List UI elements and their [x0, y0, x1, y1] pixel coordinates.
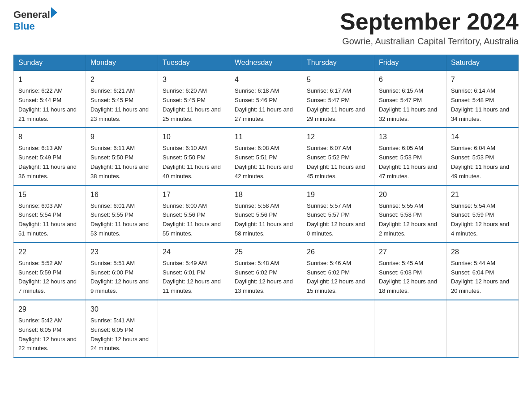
day-info: Sunrise: 5:54 AMSunset: 5:59 PMDaylight:…	[451, 202, 509, 237]
day-info: Sunrise: 6:10 AMSunset: 5:50 PMDaylight:…	[163, 145, 221, 179]
calendar-cell: 12 Sunrise: 6:07 AMSunset: 5:52 PMDaylig…	[302, 128, 374, 185]
day-info: Sunrise: 5:42 AMSunset: 6:05 PMDaylight:…	[18, 317, 77, 351]
day-number: 24	[163, 247, 225, 257]
calendar-cell	[374, 300, 446, 357]
day-info: Sunrise: 6:11 AMSunset: 5:50 PMDaylight:…	[90, 145, 149, 179]
week-row-4: 22 Sunrise: 5:52 AMSunset: 5:59 PMDaylig…	[14, 243, 519, 300]
day-info: Sunrise: 5:41 AMSunset: 6:05 PMDaylight:…	[90, 317, 149, 351]
calendar-cell: 28 Sunrise: 5:44 AMSunset: 6:04 PMDaylig…	[446, 243, 519, 300]
calendar-cell	[158, 300, 230, 357]
title-area: September 2024 Gowrie, Australian Capita…	[340, 9, 519, 47]
calendar-cell: 7 Sunrise: 6:14 AMSunset: 5:48 PMDayligh…	[446, 71, 519, 128]
day-number: 6	[379, 74, 442, 85]
day-info: Sunrise: 6:05 AMSunset: 5:53 PMDaylight:…	[379, 145, 437, 179]
logo-blue: Blue	[13, 21, 35, 32]
day-info: Sunrise: 6:17 AMSunset: 5:47 PMDaylight:…	[307, 87, 365, 122]
day-info: Sunrise: 6:15 AMSunset: 5:47 PMDaylight:…	[379, 87, 437, 122]
day-number: 2	[90, 74, 153, 85]
day-info: Sunrise: 6:20 AMSunset: 5:45 PMDaylight:…	[163, 87, 221, 122]
page-header: General Blue September 2024 Gowrie, Aust…	[13, 9, 519, 47]
calendar-cell	[230, 300, 302, 357]
day-info: Sunrise: 5:55 AMSunset: 5:58 PMDaylight:…	[379, 202, 437, 237]
day-info: Sunrise: 6:04 AMSunset: 5:53 PMDaylight:…	[451, 145, 509, 179]
day-info: Sunrise: 6:00 AMSunset: 5:56 PMDaylight:…	[163, 202, 221, 237]
header-friday: Friday	[374, 55, 446, 71]
day-info: Sunrise: 6:18 AMSunset: 5:46 PMDaylight:…	[235, 87, 293, 122]
calendar-cell: 22 Sunrise: 5:52 AMSunset: 5:59 PMDaylig…	[14, 243, 86, 300]
day-number: 11	[235, 132, 297, 142]
calendar-cell: 2 Sunrise: 6:21 AMSunset: 5:45 PMDayligh…	[86, 71, 158, 128]
day-info: Sunrise: 6:03 AMSunset: 5:54 PMDaylight:…	[18, 202, 77, 237]
location-title: Gowrie, Australian Capital Territory, Au…	[340, 36, 519, 47]
header-saturday: Saturday	[446, 55, 519, 71]
day-number: 26	[307, 247, 369, 257]
day-number: 30	[90, 304, 153, 315]
calendar-cell: 1 Sunrise: 6:22 AMSunset: 5:44 PMDayligh…	[14, 71, 86, 128]
day-number: 12	[307, 132, 369, 142]
calendar-cell: 17 Sunrise: 6:00 AMSunset: 5:56 PMDaylig…	[158, 185, 230, 243]
calendar-cell: 16 Sunrise: 6:01 AMSunset: 5:55 PMDaylig…	[86, 185, 158, 243]
logo-triangle-icon	[51, 7, 57, 18]
calendar-cell: 21 Sunrise: 5:54 AMSunset: 5:59 PMDaylig…	[446, 185, 519, 243]
day-number: 17	[163, 189, 225, 200]
day-number: 1	[18, 74, 81, 85]
day-number: 25	[235, 247, 297, 257]
logo-general: General	[13, 9, 50, 21]
header-monday: Monday	[86, 55, 158, 71]
day-number: 20	[379, 189, 442, 200]
day-info: Sunrise: 5:58 AMSunset: 5:56 PMDaylight:…	[235, 202, 293, 237]
day-number: 13	[379, 132, 442, 142]
day-info: Sunrise: 6:22 AMSunset: 5:44 PMDaylight:…	[18, 87, 77, 122]
day-info: Sunrise: 6:08 AMSunset: 5:51 PMDaylight:…	[235, 145, 293, 179]
day-info: Sunrise: 5:48 AMSunset: 6:02 PMDaylight:…	[235, 260, 293, 294]
calendar-cell: 4 Sunrise: 6:18 AMSunset: 5:46 PMDayligh…	[230, 71, 302, 128]
week-row-2: 8 Sunrise: 6:13 AMSunset: 5:49 PMDayligh…	[14, 128, 519, 185]
day-info: Sunrise: 6:07 AMSunset: 5:52 PMDaylight:…	[307, 145, 365, 179]
day-info: Sunrise: 5:44 AMSunset: 6:04 PMDaylight:…	[451, 260, 509, 294]
day-number: 8	[18, 132, 81, 142]
day-number: 3	[163, 74, 225, 85]
header-thursday: Thursday	[302, 55, 374, 71]
header-sunday: Sunday	[14, 55, 86, 71]
day-number: 21	[451, 189, 514, 200]
calendar-cell: 8 Sunrise: 6:13 AMSunset: 5:49 PMDayligh…	[14, 128, 86, 185]
day-number: 14	[451, 132, 514, 142]
calendar-cell: 5 Sunrise: 6:17 AMSunset: 5:47 PMDayligh…	[302, 71, 374, 128]
calendar-table: Sunday Monday Tuesday Wednesday Thursday…	[13, 55, 519, 358]
calendar-cell: 23 Sunrise: 5:51 AMSunset: 6:00 PMDaylig…	[86, 243, 158, 300]
day-info: Sunrise: 6:21 AMSunset: 5:45 PMDaylight:…	[90, 87, 149, 122]
week-row-3: 15 Sunrise: 6:03 AMSunset: 5:54 PMDaylig…	[14, 185, 519, 243]
calendar-cell: 13 Sunrise: 6:05 AMSunset: 5:53 PMDaylig…	[374, 128, 446, 185]
calendar-cell: 19 Sunrise: 5:57 AMSunset: 5:57 PMDaylig…	[302, 185, 374, 243]
calendar-cell: 20 Sunrise: 5:55 AMSunset: 5:58 PMDaylig…	[374, 185, 446, 243]
calendar-cell: 14 Sunrise: 6:04 AMSunset: 5:53 PMDaylig…	[446, 128, 519, 185]
calendar-cell: 9 Sunrise: 6:11 AMSunset: 5:50 PMDayligh…	[86, 128, 158, 185]
calendar-cell	[302, 300, 374, 357]
calendar-cell: 29 Sunrise: 5:42 AMSunset: 6:05 PMDaylig…	[14, 300, 86, 357]
calendar-cell: 27 Sunrise: 5:45 AMSunset: 6:03 PMDaylig…	[374, 243, 446, 300]
day-number: 19	[307, 189, 369, 200]
logo: General Blue	[13, 9, 57, 32]
day-info: Sunrise: 5:49 AMSunset: 6:01 PMDaylight:…	[163, 260, 221, 294]
day-number: 29	[18, 304, 81, 315]
day-info: Sunrise: 6:13 AMSunset: 5:49 PMDaylight:…	[18, 145, 77, 179]
day-info: Sunrise: 6:14 AMSunset: 5:48 PMDaylight:…	[451, 87, 509, 122]
calendar-cell: 6 Sunrise: 6:15 AMSunset: 5:47 PMDayligh…	[374, 71, 446, 128]
day-number: 5	[307, 74, 369, 85]
calendar-cell: 3 Sunrise: 6:20 AMSunset: 5:45 PMDayligh…	[158, 71, 230, 128]
day-info: Sunrise: 5:57 AMSunset: 5:57 PMDaylight:…	[307, 202, 365, 237]
month-title: September 2024	[340, 9, 519, 34]
day-number: 27	[379, 247, 442, 257]
day-number: 22	[18, 247, 81, 257]
day-number: 7	[451, 74, 514, 85]
calendar-cell: 15 Sunrise: 6:03 AMSunset: 5:54 PMDaylig…	[14, 185, 86, 243]
calendar-cell: 10 Sunrise: 6:10 AMSunset: 5:50 PMDaylig…	[158, 128, 230, 185]
weekday-header-row: Sunday Monday Tuesday Wednesday Thursday…	[14, 55, 519, 71]
day-info: Sunrise: 5:46 AMSunset: 6:02 PMDaylight:…	[307, 260, 365, 294]
calendar-cell: 11 Sunrise: 6:08 AMSunset: 5:51 PMDaylig…	[230, 128, 302, 185]
header-wednesday: Wednesday	[230, 55, 302, 71]
calendar-cell: 24 Sunrise: 5:49 AMSunset: 6:01 PMDaylig…	[158, 243, 230, 300]
day-number: 16	[90, 189, 153, 200]
day-number: 4	[235, 74, 297, 85]
calendar-cell	[446, 300, 519, 357]
